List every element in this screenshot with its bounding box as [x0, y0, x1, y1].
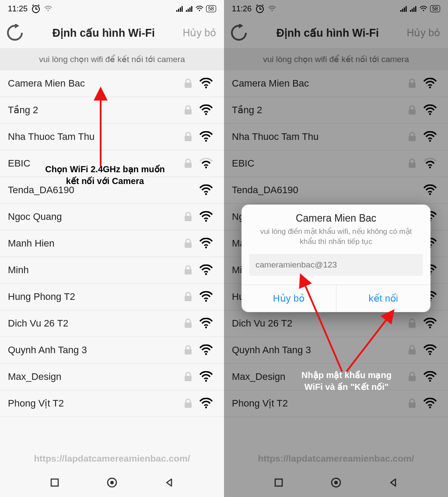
wifi-signal-icon: [196, 131, 216, 142]
lock-icon: [404, 372, 420, 382]
lock-icon: [180, 105, 196, 115]
password-input[interactable]: [249, 254, 423, 276]
home-button[interactable]: [327, 474, 345, 491]
wifi-row[interactable]: Quynh Anh Tang 3: [0, 337, 224, 364]
wifi-ssid: EBIC: [232, 158, 404, 169]
wifi-row[interactable]: Nha Thuoc Tam Thu: [0, 124, 224, 150]
wifi-signal-icon: [420, 184, 440, 196]
lock-icon: [180, 398, 196, 409]
lock-icon: [404, 78, 420, 89]
wifi-row[interactable]: Camera Mien Bac: [224, 70, 448, 97]
alarm-icon: [255, 4, 265, 14]
wifi-signal-icon: [420, 131, 440, 142]
wifi-ssid: Dich Vu 26 T2: [8, 318, 180, 329]
wifi-row[interactable]: Dich Vu 26 T2: [224, 310, 448, 337]
lock-icon: [404, 105, 420, 115]
wifi-signal-icon: [196, 184, 216, 196]
wifi-ssid: Tenda_DA6190: [8, 184, 180, 196]
wifi-row[interactable]: Dich Vu 26 T2: [0, 310, 224, 337]
lock-icon: [180, 212, 196, 222]
status-bar: 11:25 58: [0, 0, 224, 17]
instruction-banner: vui lòng chọn wifi để kết nối tới camera: [224, 48, 448, 70]
refresh-icon: [230, 24, 248, 42]
signal-icon: [186, 6, 193, 12]
wifi-signal-icon: [420, 318, 440, 329]
wifi-row[interactable]: Ngoc Quang: [0, 204, 224, 230]
wifi-signal-icon: [196, 398, 216, 409]
wifi-row[interactable]: Tầng 2: [0, 97, 224, 124]
lock-icon: [404, 398, 420, 409]
wifi-row[interactable]: Phong Vịt T2: [224, 390, 448, 417]
footer-url: https://lapdatcamereamienbac.com/: [0, 440, 224, 468]
lock-icon: [404, 158, 420, 169]
svg-point-15: [334, 481, 338, 484]
wifi-status-icon: [196, 6, 203, 12]
cancel-button[interactable]: Hủy bỏ: [407, 27, 443, 39]
wifi-ssid: Manh Hien: [8, 238, 180, 249]
wifi-ssid: Nha Thuoc Tam Thu: [8, 131, 180, 142]
wifi-ssid: Quynh Anh Tang 3: [232, 344, 404, 356]
lock-icon: [180, 345, 196, 355]
wifi-row[interactable]: Nha Thuoc Tam Thu: [224, 124, 448, 150]
wifi-ssid: Phong Vịt T2: [232, 398, 404, 409]
password-dialog: Camera Mien Bac vui lòng điền mật khẩu w…: [242, 205, 430, 312]
wifi-row[interactable]: Minh: [0, 257, 224, 284]
lock-icon: [404, 132, 420, 142]
wifi-row[interactable]: Manh Hien: [0, 230, 224, 257]
wifi-signal-icon: [196, 158, 216, 169]
wifi-signal-icon: [196, 318, 216, 329]
wifi-signal-icon: [196, 371, 216, 382]
wifi-ssid: Phong Vịt T2: [8, 398, 180, 409]
refresh-button[interactable]: [5, 23, 24, 42]
lock-icon: [180, 238, 196, 249]
wifi-row[interactable]: Quynh Anh Tang 3: [224, 337, 448, 364]
wifi-status-icon: [44, 6, 52, 12]
lock-icon: [180, 372, 196, 382]
wifi-ssid: EBIC: [8, 158, 180, 169]
back-button[interactable]: [161, 474, 178, 491]
wifi-ssid: Tenda_DA6190: [232, 184, 404, 196]
wifi-row[interactable]: Max_Design: [224, 364, 448, 390]
recent-apps-button[interactable]: [46, 474, 63, 491]
signal-icon: [410, 6, 417, 12]
wifi-row[interactable]: EBIC: [224, 150, 448, 177]
wifi-ssid: Ngoc Quang: [8, 211, 180, 222]
signal-icon: [176, 6, 183, 12]
wifi-row[interactable]: Tenda_DA6190: [0, 177, 224, 204]
lock-icon: [404, 345, 420, 355]
wifi-ssid: Max_Design: [232, 371, 404, 382]
recent-apps-button[interactable]: [270, 474, 287, 491]
wifi-row[interactable]: Phong Vịt T2: [0, 390, 224, 417]
clock-time: 11:25: [8, 4, 28, 14]
android-nav-bar: [0, 468, 224, 497]
cancel-button[interactable]: Hủy bỏ: [183, 27, 219, 39]
status-bar: 11:26 58: [224, 0, 448, 17]
wifi-row[interactable]: EBIC: [0, 150, 224, 177]
dialog-cancel-button[interactable]: Hủy bỏ: [242, 285, 336, 312]
wifi-signal-icon: [420, 78, 440, 89]
footer-url: https://lapdatcamereamienbac.com/: [224, 440, 448, 468]
wifi-signal-icon: [196, 238, 216, 249]
wifi-row[interactable]: Tenda_DA6190: [224, 177, 448, 204]
wifi-signal-icon: [420, 158, 440, 169]
dialog-connect-button[interactable]: kết nối: [336, 285, 431, 312]
battery-level: 58: [430, 5, 440, 12]
wifi-signal-icon: [196, 211, 216, 222]
phone-screen-right: 11:26 58 Định cấu hình Wi-Fi Hủy bỏ vui …: [224, 0, 448, 497]
refresh-button[interactable]: [229, 23, 248, 42]
wifi-row[interactable]: Max_Design: [0, 364, 224, 390]
wifi-row[interactable]: Hung Phong T2: [0, 284, 224, 310]
clock-time: 11:26: [232, 4, 252, 14]
page-title: Định cấu hình Wi-Fi: [248, 27, 407, 39]
wifi-signal-icon: [420, 104, 440, 116]
refresh-icon: [6, 24, 24, 42]
wifi-row[interactable]: Tầng 2: [224, 97, 448, 124]
home-button[interactable]: [103, 474, 121, 491]
wifi-ssid: Quynh Anh Tang 3: [8, 344, 180, 356]
wifi-signal-icon: [420, 371, 440, 382]
back-button[interactable]: [385, 474, 402, 491]
battery-level: 58: [206, 5, 216, 12]
wifi-ssid: Max_Design: [8, 371, 180, 382]
lock-icon: [180, 158, 196, 169]
wifi-row[interactable]: Camera Mien Bac: [0, 70, 224, 97]
